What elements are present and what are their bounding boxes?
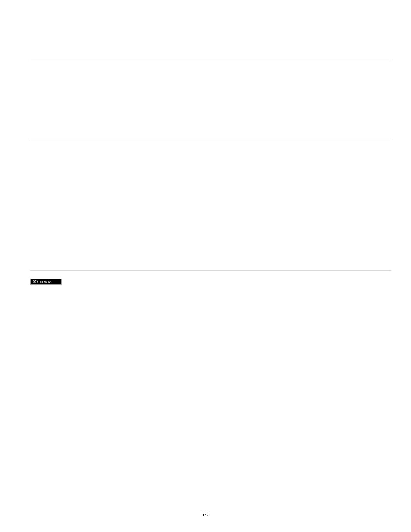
page-number: 573	[0, 511, 411, 518]
cc-logo-icon	[31, 279, 39, 284]
horizontal-rule	[30, 270, 391, 271]
horizontal-rule	[30, 139, 391, 139]
horizontal-rule	[30, 60, 391, 60]
cc-license-text: BY-NC-SA	[40, 280, 52, 283]
cc-license-badge: BY-NC-SA	[30, 279, 62, 285]
